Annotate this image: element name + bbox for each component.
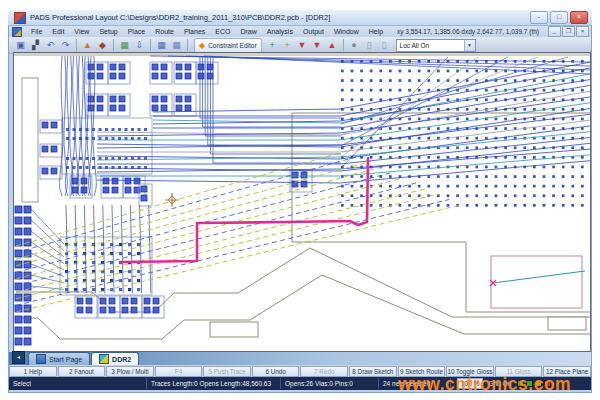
add-net-icon[interactable]: +: [266, 39, 279, 52]
status-lengths: Traces Length:0 Opens Length:48,560.63: [147, 378, 281, 389]
minimize-button[interactable]: -: [530, 11, 548, 24]
menu-items: FileEditViewSetupPlaceRoutePlanesECODraw…: [26, 26, 388, 37]
menu-help[interactable]: Help: [364, 26, 388, 37]
board-cutout-rect-1: [548, 317, 586, 330]
close-button[interactable]: ×: [570, 11, 588, 24]
doc-icon[interactable]: ▯: [363, 39, 376, 52]
app-icon: [14, 12, 26, 24]
toolbar-separator: [113, 39, 114, 51]
toolbar-separator: [76, 39, 77, 51]
menu-route[interactable]: Route: [150, 26, 179, 37]
mdi-minimize-button[interactable]: _: [548, 26, 561, 37]
toolbar-separator: [343, 39, 344, 51]
menu-bar-right: xy 3,554.17, 1,385.06 dxdy 2,642.77, 1,0…: [397, 26, 589, 37]
fnkey-3-plow-multi[interactable]: 3 Plow / Multi: [106, 366, 154, 377]
tab-label: DDR2: [112, 356, 131, 363]
title-bar[interactable]: PADS Professional Layout C:\Designs\DDR2…: [8, 10, 592, 26]
fnkey-1-help[interactable]: 1 Help: [9, 366, 57, 377]
layer-combo-value: Loc All On: [397, 42, 430, 49]
window-title: PADS Professional Layout C:\Designs\DDR2…: [30, 13, 528, 22]
watermark: www.cntronics.com: [398, 374, 571, 395]
cursor-coordinates: xy 3,554.17, 1,385.06 dxdy 2,642.77, 1,0…: [397, 28, 539, 35]
import-icon[interactable]: ⇩: [133, 39, 146, 52]
fnkey-8-draw-sketch[interactable]: 8 Draw Sketch: [349, 366, 397, 377]
grid-icon[interactable]: ▦: [155, 39, 168, 52]
layout-canvas-container: [13, 52, 591, 352]
fnkey-2-fanout[interactable]: 2 Fanout: [58, 366, 106, 377]
board-cutout-rect-0: [210, 322, 258, 337]
fnkey-5-push-trace: 5 Push Trace: [203, 366, 251, 377]
document-tab-bar: ◂ Start PageDDR2: [9, 352, 591, 365]
add-class-icon[interactable]: +: [281, 39, 294, 52]
document-icon: [12, 27, 22, 37]
canvas-top-strip: [14, 53, 590, 56]
layer-visibility-combo[interactable]: Loc All On▼: [396, 39, 476, 52]
constraint-editor-label: Constraint Editor: [208, 42, 256, 49]
tri-down-red2-icon[interactable]: ▼: [311, 39, 324, 52]
menu-eco[interactable]: ECO: [210, 26, 235, 37]
mdi-close-button[interactable]: ×: [576, 26, 589, 37]
menu-draw[interactable]: Draw: [235, 26, 261, 37]
board-image-icon[interactable]: ▦: [118, 39, 131, 52]
redo-icon[interactable]: ↷: [59, 39, 72, 52]
mdi-restore-button[interactable]: ❐: [562, 26, 575, 37]
detail-area: [491, 256, 585, 308]
pink-area-outline: [491, 256, 582, 308]
undo-icon[interactable]: ↶: [44, 39, 57, 52]
start-tab-icon: [36, 354, 46, 364]
menu-planes[interactable]: Planes: [179, 26, 210, 37]
maximize-button[interactable]: □: [550, 11, 568, 24]
tri-up-red-icon[interactable]: ▲: [326, 39, 339, 52]
route-mode-icon[interactable]: ◆: [96, 39, 109, 52]
ddr2-tab-icon: [99, 354, 109, 364]
menu-edit[interactable]: Edit: [47, 26, 69, 37]
status-opens: Opens:26 Vias:0 Pins:0: [281, 378, 379, 389]
fnkey-f4: F4: [155, 366, 203, 377]
tab-scroll-left-button[interactable]: ◂: [12, 351, 25, 364]
tab-label: Start Page: [49, 356, 82, 363]
menu-view[interactable]: View: [69, 26, 94, 37]
chevron-down-icon[interactable]: ▼: [464, 40, 475, 51]
zoom-doc-icon[interactable]: ●: [348, 39, 361, 52]
menu-bar: FileEditViewSetupPlaceRoutePlanesECODraw…: [9, 26, 591, 37]
menu-analysis[interactable]: Analysis: [262, 26, 298, 37]
constraint-editor-button[interactable]: ◆Constraint Editor: [194, 38, 262, 53]
menu-output[interactable]: Output: [298, 26, 329, 37]
status-mode: Select: [9, 378, 147, 389]
toolbar-separator: [150, 39, 151, 51]
menu-place[interactable]: Place: [123, 26, 151, 37]
fnkey-6-undo[interactable]: 6 Undo: [252, 366, 300, 377]
menu-window[interactable]: Window: [329, 26, 364, 37]
constraint-editor-icon: ◆: [199, 41, 205, 50]
fnkey-7-redo: 7 Redo: [300, 366, 348, 377]
tri-down-red-icon[interactable]: ▼: [296, 39, 309, 52]
menu-setup[interactable]: Setup: [94, 26, 122, 37]
tab-ddr2[interactable]: DDR2: [91, 352, 139, 365]
find-icon[interactable]: ▞: [29, 39, 42, 52]
tab-start-page[interactable]: Start Page: [28, 352, 90, 365]
pcb-canvas[interactable]: [14, 53, 590, 351]
toolbar-separator: [187, 39, 188, 51]
edge-connector-outline: [22, 78, 38, 202]
doc2-icon[interactable]: ▯: [378, 39, 391, 52]
screenshot-stage: PADS Professional Layout C:\Designs\DDR2…: [0, 0, 600, 400]
grid-star-icon[interactable]: ▦: [170, 39, 183, 52]
save-icon[interactable]: ▣: [14, 39, 27, 52]
place-part-icon[interactable]: ▲: [81, 39, 94, 52]
menu-file[interactable]: File: [26, 26, 47, 37]
